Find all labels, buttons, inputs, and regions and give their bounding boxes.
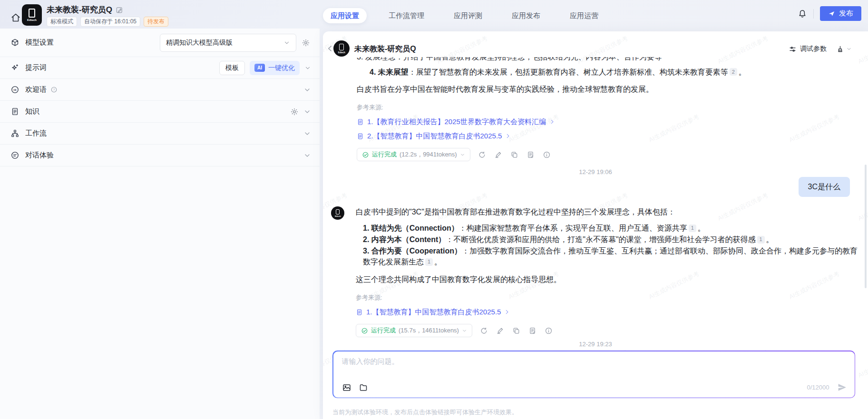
citation-badge[interactable]: 2 — [730, 68, 737, 76]
item-term: 联结为先（Connection） — [371, 224, 459, 232]
message-list-item: 1. 联结为先（Connection）：构建国家智慧教育平台体系，实现平台互联、… — [356, 223, 859, 234]
info-icon[interactable] — [545, 327, 553, 335]
svg-text:Hi: Hi — [13, 88, 16, 91]
check-circle-icon — [362, 151, 369, 158]
tab-app-operation[interactable]: 应用运营 — [562, 8, 606, 23]
edit-title-icon[interactable] — [116, 6, 123, 14]
chat-tools: 调试参数 — [789, 45, 852, 53]
reference-text: 1.【教育行业相关报告】2025世界数字教育大会资料汇编 — [367, 117, 546, 127]
topbar-divider — [813, 9, 814, 19]
reference-link[interactable]: 1.【智慧教育】中国智慧教育白皮书2025.5 — [356, 307, 859, 317]
assistant-message-1: 3. 发展理念：介绍了中国智慧教育发展坚持的理念，包括联结为先、内容为本、合作为… — [357, 57, 859, 161]
message-list-item: 4. 未来展望：展望了智慧教育的未来发展，包括更新教育内容、树立人才培养新标准、… — [357, 67, 859, 78]
send-icon — [828, 10, 835, 17]
tab-app-evaluation[interactable]: 应用评测 — [446, 8, 490, 23]
send-message-icon[interactable] — [837, 382, 847, 392]
regenerate-icon[interactable] — [480, 327, 488, 335]
run-status-pill[interactable]: 运行完成 (12.2s，9941tokens) — [357, 148, 470, 161]
info-icon[interactable] — [543, 151, 551, 159]
ai-optimize-label: 一键优化 — [268, 64, 295, 72]
chat-preview-panel: AI生成内容仅供参考AI生成内容仅供参考AI生成内容仅供参考AI生成内容仅供参考… — [323, 31, 868, 419]
sidebar-item-knowledge[interactable]: 知识 — [0, 101, 320, 123]
message-list-item: 3. 合作为要（Cooperation）：加强数字教育国际交流合作，推动互学互鉴… — [356, 245, 859, 267]
publish-button[interactable]: 发布 — [820, 6, 861, 21]
edit-icon[interactable] — [494, 151, 502, 159]
message-list: 1. 联结为先（Connection）：构建国家智慧教育平台体系，实现平台互联、… — [356, 223, 859, 267]
copy-icon[interactable] — [512, 327, 520, 335]
cube-icon — [10, 38, 20, 47]
citation-badge[interactable]: 1 — [757, 236, 765, 244]
message-list-item: 2. 内容为本（Content）：不断强化优质资源和应用的供给，打造"永不落幕"… — [356, 234, 859, 245]
composer-attachments — [342, 383, 368, 392]
composer-right: 0/12000 — [807, 382, 847, 392]
sidebar-item-chat-experience[interactable]: 对话体验 — [0, 145, 320, 166]
sidebar-item-welcome[interactable]: Hi 欢迎语 ? — [0, 79, 320, 101]
item-text: ：展望了智慧教育的未来发展，包括更新教育内容、树立人才培养新标准、构筑未来教育要… — [409, 68, 728, 76]
clear-chat-button[interactable] — [836, 45, 852, 53]
ai-optimize-button[interactable]: AI 一键优化 — [250, 61, 300, 75]
item-tail: 。 — [698, 224, 705, 232]
bot-avatar-glyph — [339, 44, 344, 50]
tab-app-publish[interactable]: 应用发布 — [504, 8, 548, 23]
model-select[interactable]: 精调知识大模型高级版 — [160, 34, 296, 52]
bot-avatar-text: Edtech — [335, 214, 341, 217]
model-settings-label: 模型设置 — [25, 38, 54, 47]
help-icon[interactable]: ? — [50, 86, 58, 93]
item-tail: 。 — [739, 68, 746, 76]
regenerate-icon[interactable] — [478, 151, 486, 159]
item-term: 合作为要（Cooperation） — [371, 247, 462, 255]
citation-badge[interactable]: 1 — [689, 224, 696, 232]
notification-bell-icon[interactable] — [798, 9, 807, 19]
debug-params-label: 调试参数 — [800, 45, 827, 53]
broom-icon — [836, 45, 844, 53]
tune-icon — [789, 45, 797, 53]
chevron-down-icon[interactable] — [303, 130, 311, 137]
chevron-down-icon[interactable] — [303, 152, 311, 159]
autosave-badge: 自动保存于 16:01:05 — [80, 17, 140, 27]
publish-status-badge: 待发布 — [144, 17, 168, 27]
file-upload-icon[interactable] — [359, 383, 368, 392]
main-tabs: 应用设置 工作流管理 应用评测 应用发布 应用运营 — [323, 8, 606, 24]
chevron-down-icon[interactable] — [303, 108, 311, 116]
citation-badge[interactable]: 1 — [425, 258, 433, 266]
note-icon[interactable] — [527, 151, 535, 159]
app-title-row: 未来教装-研究员Q — [47, 4, 123, 15]
chevron-down-icon[interactable] — [303, 86, 311, 94]
app-window: Edtech 未来教装-研究员Q 标准模式 自动保存于 16:01:05 待发布… — [0, 0, 868, 419]
model-gear-icon[interactable] — [302, 39, 310, 47]
message-intro: 白皮书中提到的"3C"是指中国教育部在推进教育数字化过程中坚持的三个发展理念，具… — [356, 206, 859, 218]
sparkle-icon — [10, 63, 20, 72]
edit-icon[interactable] — [496, 327, 504, 335]
debug-params-button[interactable]: 调试参数 — [789, 45, 827, 53]
knowledge-gear-icon[interactable] — [290, 107, 299, 116]
run-status-pill[interactable]: 运行完成 (15.7s，14611tokens) — [356, 324, 472, 337]
template-button[interactable]: 模板 — [219, 61, 245, 75]
sidebar-item-workflow[interactable]: 工作流 — [0, 123, 320, 145]
composer: 0/12000 — [332, 351, 855, 398]
tab-workflow-management[interactable]: 工作流管理 — [381, 8, 432, 23]
chevron-right-icon — [549, 119, 555, 125]
sidebar-item-model-settings[interactable]: 模型设置 精调知识大模型高级版 — [0, 29, 320, 57]
sidebar-item-prompt[interactable]: 提示词 模板 AI 一键优化 — [0, 57, 320, 79]
item-text: ：构建国家智慧教育平台体系，实现平台互联、用户互通、资源共享 — [459, 224, 687, 232]
item-tail: 。 — [766, 235, 774, 244]
reference-text: 2.【智慧教育】中国智慧教育白皮书2025.5 — [367, 131, 502, 141]
chat-lines-icon — [10, 151, 20, 160]
reference-link[interactable]: 1.【教育行业相关报告】2025世界数字教育大会资料汇编 — [357, 117, 859, 127]
item-term: 未来展望 — [378, 68, 409, 76]
clipped-message-line: 3. 发展理念：介绍了中国智慧教育发展坚持的理念，包括联结为先、内容为本、合作为… — [357, 57, 859, 63]
chevron-down-icon[interactable] — [304, 65, 311, 71]
message-timestamp: 12-29 19:23 — [323, 341, 868, 348]
run-status-label: 运行完成 — [372, 149, 397, 160]
reference-link[interactable]: 2.【智慧教育】中国智慧教育白皮书2025.5 — [357, 131, 859, 141]
message-paragraph: 白皮书旨在分享中国在智能时代教育发展与变革的实践经验，推动全球智慧教育的发展。 — [357, 84, 859, 95]
chat-input[interactable] — [342, 357, 684, 378]
note-icon[interactable] — [528, 327, 536, 335]
message-timestamp: 12-29 19:06 — [323, 168, 868, 175]
copy-icon[interactable] — [510, 151, 518, 159]
tab-app-settings[interactable]: 应用设置 — [323, 8, 367, 23]
home-icon[interactable] — [10, 12, 21, 23]
message-status-row: 运行完成 (15.7s，14611tokens) — [356, 324, 859, 337]
image-upload-icon[interactable] — [342, 383, 351, 392]
scrollbar-thumb[interactable] — [865, 165, 867, 288]
